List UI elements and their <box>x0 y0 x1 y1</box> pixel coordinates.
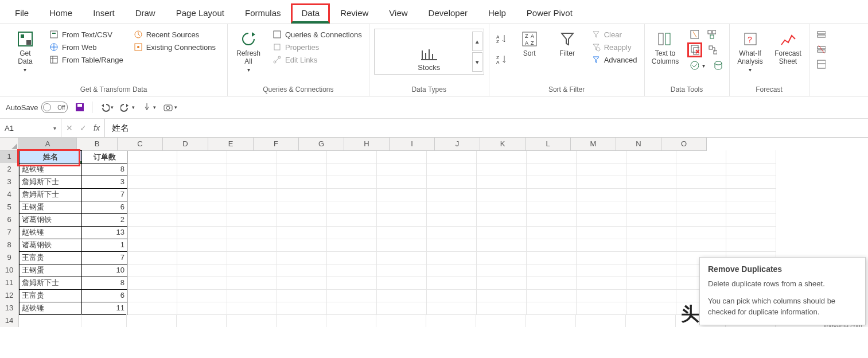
cell-O4[interactable] <box>726 188 776 201</box>
cell-E10[interactable] <box>227 264 277 277</box>
menu-formulas[interactable]: Formulas <box>235 3 291 24</box>
cell-K7[interactable] <box>527 226 577 239</box>
cell-F3[interactable] <box>277 176 327 189</box>
clear-filter-button[interactable]: Clear <box>589 29 640 40</box>
cell-E14[interactable] <box>227 314 277 327</box>
cell-H4[interactable] <box>377 188 427 201</box>
cell-B2[interactable]: 8 <box>82 163 127 176</box>
consolidate-button[interactable] <box>704 29 718 40</box>
cell-K10[interactable] <box>527 264 577 277</box>
menu-home[interactable]: Home <box>39 3 83 24</box>
cell-I3[interactable] <box>427 176 477 189</box>
from-table-range-button[interactable]: From Table/Range <box>47 54 126 65</box>
cell-E12[interactable] <box>227 289 277 302</box>
cell-D11[interactable] <box>177 277 227 290</box>
cell-L6[interactable] <box>577 213 626 227</box>
cell-B3[interactable]: 3 <box>82 176 127 189</box>
cell-L8[interactable] <box>577 239 626 252</box>
col-head-L[interactable]: L <box>526 138 571 151</box>
redo-button[interactable]: ▾ <box>120 102 135 112</box>
cell-A1[interactable]: 姓名 <box>19 150 82 164</box>
subtotal-button[interactable] <box>814 59 828 70</box>
cell-F8[interactable] <box>277 239 327 252</box>
cell-G5[interactable] <box>327 201 377 214</box>
what-if-button[interactable]: ? What-If Analysis ▾ <box>734 29 766 74</box>
name-box[interactable]: A1 ▾ <box>0 119 61 137</box>
cell-O1[interactable] <box>726 150 776 164</box>
cell-A11[interactable]: 詹姆斯下士 <box>19 277 82 290</box>
cell-C3[interactable] <box>127 176 177 189</box>
cell-H12[interactable] <box>377 289 427 302</box>
menu-developer[interactable]: Developer <box>418 3 478 24</box>
cell-L11[interactable] <box>577 277 626 290</box>
cell-C2[interactable] <box>127 163 177 176</box>
col-head-M[interactable]: M <box>571 138 616 151</box>
save-button[interactable] <box>75 102 85 112</box>
cell-D6[interactable] <box>177 213 227 227</box>
cell-M7[interactable] <box>626 226 676 239</box>
gallery-down-button[interactable]: ▼ <box>472 52 482 72</box>
cell-O7[interactable] <box>726 226 776 239</box>
cell-N6[interactable] <box>676 213 726 227</box>
sort-az-button[interactable]: AZ <box>494 33 508 44</box>
col-head-G[interactable]: G <box>299 138 344 151</box>
cell-E8[interactable] <box>227 239 277 252</box>
cell-H10[interactable] <box>377 264 427 277</box>
col-head-D[interactable]: D <box>163 138 208 151</box>
edit-links-button[interactable]: Edit Links <box>270 54 364 65</box>
cell-K12[interactable] <box>527 289 577 302</box>
recent-sources-button[interactable]: Recent Sources <box>131 29 218 40</box>
forecast-sheet-button[interactable]: Forecast Sheet <box>772 29 804 67</box>
cell-I9[interactable] <box>427 251 477 264</box>
cell-I12[interactable] <box>427 289 477 302</box>
cell-L7[interactable] <box>577 226 626 239</box>
cell-G3[interactable] <box>327 176 377 189</box>
cell-C7[interactable] <box>127 226 177 239</box>
cell-F9[interactable] <box>277 251 327 264</box>
cell-M1[interactable] <box>626 150 676 164</box>
cell-J13[interactable] <box>477 302 527 315</box>
advanced-filter-button[interactable]: Advanced <box>589 54 640 65</box>
cell-J4[interactable] <box>477 188 527 201</box>
col-head-B[interactable]: B <box>77 138 118 151</box>
cell-A8[interactable]: 诸葛钢铁 <box>19 239 82 252</box>
cell-L9[interactable] <box>577 251 626 264</box>
cell-D2[interactable] <box>177 163 227 176</box>
cell-I7[interactable] <box>427 226 477 239</box>
flash-fill-button[interactable] <box>687 29 701 40</box>
cell-N8[interactable] <box>676 239 726 252</box>
cell-B9[interactable]: 7 <box>82 251 127 264</box>
cell-A2[interactable]: 赵铁锤 <box>19 163 82 176</box>
cell-B1[interactable]: 订单数 <box>82 150 127 164</box>
cell-J5[interactable] <box>477 201 527 214</box>
cell-C13[interactable] <box>127 302 177 315</box>
cell-D8[interactable] <box>177 239 227 252</box>
cell-J3[interactable] <box>477 176 527 189</box>
row-head-2[interactable]: 2 <box>0 163 19 176</box>
row-head-8[interactable]: 8 <box>0 239 19 252</box>
row-head-10[interactable]: 10 <box>0 264 19 277</box>
cell-M10[interactable] <box>626 264 676 277</box>
row-head-13[interactable]: 13 <box>0 302 19 315</box>
cell-K3[interactable] <box>527 176 577 189</box>
row-head-6[interactable]: 6 <box>0 213 19 227</box>
cell-H13[interactable] <box>377 302 427 315</box>
cell-G12[interactable] <box>327 289 377 302</box>
menu-draw[interactable]: Draw <box>125 3 166 24</box>
cell-B12[interactable]: 6 <box>82 289 127 302</box>
cell-K8[interactable] <box>527 239 577 252</box>
cell-D14[interactable] <box>177 314 227 327</box>
row-head-11[interactable]: 11 <box>0 277 19 290</box>
cell-H14[interactable] <box>376 314 426 327</box>
cell-A9[interactable]: 王富贵 <box>19 251 82 264</box>
cell-L2[interactable] <box>577 163 626 176</box>
cell-G1[interactable] <box>327 150 377 164</box>
cell-C4[interactable] <box>127 188 177 201</box>
cell-J14[interactable] <box>476 314 526 327</box>
cell-H5[interactable] <box>377 201 427 214</box>
cell-O8[interactable] <box>726 239 776 252</box>
menu-power-pivot[interactable]: Power Pivot <box>516 3 583 24</box>
cell-L10[interactable] <box>577 264 626 277</box>
cell-M11[interactable] <box>626 277 676 290</box>
cell-I10[interactable] <box>427 264 477 277</box>
